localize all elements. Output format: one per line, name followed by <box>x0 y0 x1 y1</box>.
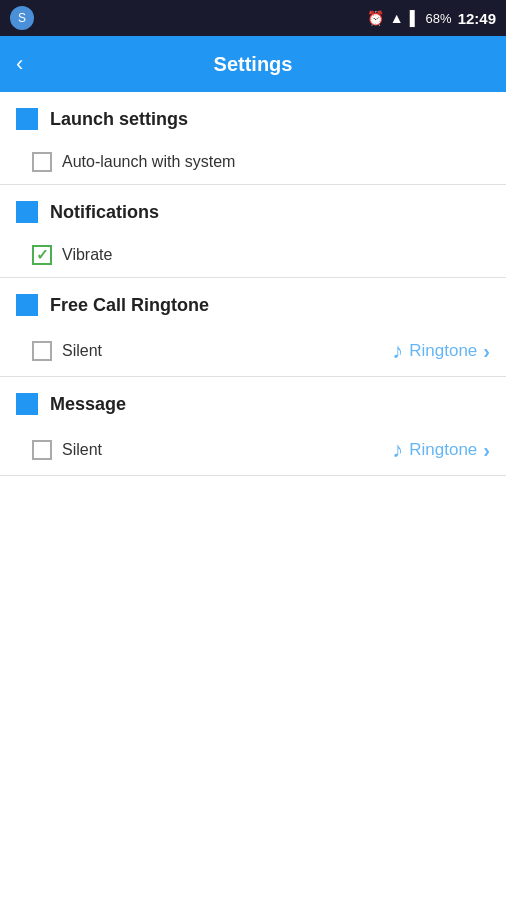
music-note-icon-2: ♪ <box>392 437 403 463</box>
status-left: S <box>10 6 34 30</box>
launch-settings-title: Launch settings <box>50 109 188 130</box>
divider-4 <box>0 475 506 476</box>
time-display: 12:49 <box>458 10 496 27</box>
notifications-title: Notifications <box>50 202 159 223</box>
vibrate-label: Vibrate <box>62 246 112 264</box>
free-call-title: Free Call Ringtone <box>50 295 209 316</box>
free-call-section-header: Free Call Ringtone <box>0 278 506 326</box>
free-call-silent-checkbox[interactable] <box>32 341 52 361</box>
auto-launch-row[interactable]: Auto-launch with system <box>0 140 506 184</box>
free-call-ringtone-button[interactable]: ♪ Ringtone › <box>392 338 490 364</box>
battery-level: 68% <box>426 11 452 26</box>
settings-content: Launch settings Auto-launch with system … <box>0 92 506 476</box>
message-silent-group[interactable]: Silent <box>32 440 102 460</box>
chevron-right-icon-1: › <box>483 340 490 363</box>
launch-settings-section-header: Launch settings <box>0 92 506 140</box>
launch-settings-icon <box>16 108 38 130</box>
message-silent-checkbox[interactable] <box>32 440 52 460</box>
message-ringtone-label: Ringtone <box>409 440 477 460</box>
alarm-icon: ⏰ <box>367 10 384 26</box>
message-silent-label: Silent <box>62 441 102 459</box>
vibrate-row[interactable]: ✓ Vibrate <box>0 233 506 277</box>
free-call-options-row: Silent ♪ Ringtone › <box>0 326 506 376</box>
signal-icon: ▌ <box>410 10 420 26</box>
back-button[interactable]: ‹ <box>16 51 23 77</box>
status-icons: ⏰ ▲ ▌ 68% 12:49 <box>367 10 496 27</box>
free-call-ringtone-label: Ringtone <box>409 341 477 361</box>
auto-launch-label: Auto-launch with system <box>62 153 235 171</box>
free-call-silent-label: Silent <box>62 342 102 360</box>
auto-launch-checkbox[interactable] <box>32 152 52 172</box>
status-bar: S ⏰ ▲ ▌ 68% 12:49 <box>0 0 506 36</box>
notifications-section-header: Notifications <box>0 185 506 233</box>
music-note-icon-1: ♪ <box>392 338 403 364</box>
message-ringtone-button[interactable]: ♪ Ringtone › <box>392 437 490 463</box>
checkmark-icon: ✓ <box>36 246 49 264</box>
message-options-row: Silent ♪ Ringtone › <box>0 425 506 475</box>
message-section-header: Message <box>0 377 506 425</box>
notifications-icon <box>16 201 38 223</box>
header: ‹ Settings <box>0 36 506 92</box>
header-title: Settings <box>214 53 293 76</box>
message-icon <box>16 393 38 415</box>
free-call-icon <box>16 294 38 316</box>
message-title: Message <box>50 394 126 415</box>
vibrate-checkbox[interactable]: ✓ <box>32 245 52 265</box>
wifi-icon: ▲ <box>390 10 404 26</box>
free-call-silent-group[interactable]: Silent <box>32 341 102 361</box>
app-icon: S <box>10 6 34 30</box>
chevron-right-icon-2: › <box>483 439 490 462</box>
